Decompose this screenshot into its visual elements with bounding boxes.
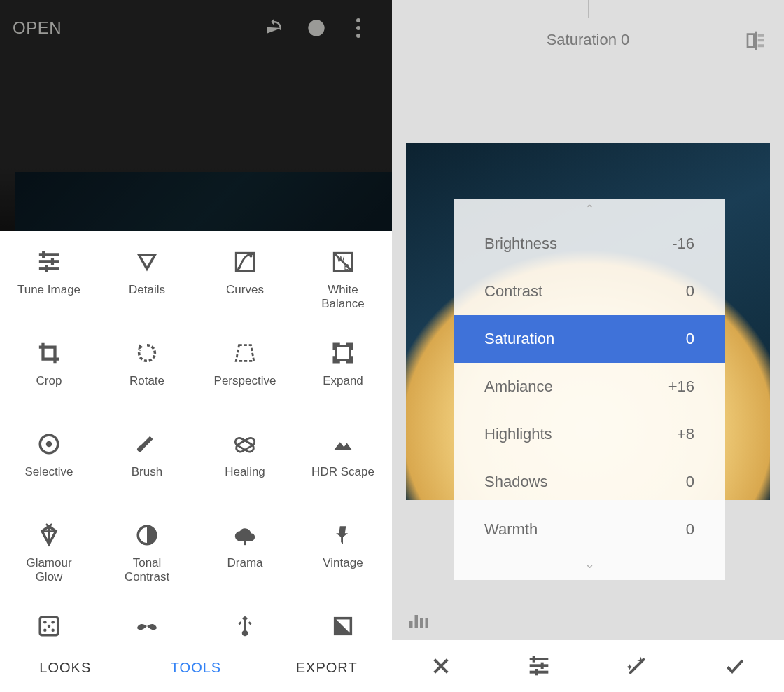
chevron-down-icon: ⌄ bbox=[454, 553, 725, 574]
param-contrast[interactable]: Contrast0 bbox=[454, 268, 725, 315]
pushpin-icon bbox=[331, 520, 355, 551]
tool-brush[interactable]: Brush bbox=[98, 422, 196, 486]
tools-grid: Tune Image Details Curves White Balance … bbox=[0, 231, 392, 692]
tool-expand[interactable]: Expand bbox=[294, 331, 392, 395]
param-value: +8 bbox=[677, 425, 694, 443]
brush-icon bbox=[135, 429, 159, 459]
crop-icon bbox=[37, 338, 61, 368]
tool-label: HDR Scape bbox=[312, 465, 374, 479]
open-button[interactable]: OPEN bbox=[13, 18, 62, 38]
param-ambiance[interactable]: Ambiance+16 bbox=[454, 363, 725, 410]
diamond-icon bbox=[37, 520, 61, 551]
tools-sheet: Tune Image Details Curves White Balance … bbox=[0, 231, 392, 692]
magic-button[interactable] bbox=[588, 655, 686, 677]
undo-stack-icon[interactable] bbox=[253, 18, 295, 39]
param-shadows[interactable]: Shadows0 bbox=[454, 458, 725, 506]
tool-label: Healing bbox=[225, 465, 265, 479]
tool-curves[interactable]: Curves bbox=[196, 240, 294, 304]
wb-icon bbox=[331, 247, 355, 277]
tool-label: Vintage bbox=[323, 556, 363, 570]
moustache-icon bbox=[135, 611, 159, 642]
perspective-icon bbox=[233, 338, 257, 368]
param-highlights[interactable]: Highlights+8 bbox=[454, 410, 725, 458]
tool-details[interactable]: Details bbox=[98, 240, 196, 304]
param-name: Ambiance bbox=[484, 378, 553, 396]
tab-export[interactable]: EXPORT bbox=[261, 660, 392, 676]
tool-crop[interactable]: Crop bbox=[0, 331, 98, 395]
tool-label: Rotate bbox=[130, 374, 164, 388]
tool-label: Selective bbox=[25, 465, 74, 479]
tool-label: Perspective bbox=[214, 374, 276, 388]
overflow-menu-icon[interactable] bbox=[337, 18, 379, 38]
tool-drama[interactable]: Drama bbox=[196, 513, 294, 577]
tool-label: Curves bbox=[226, 283, 264, 297]
param-value: 0 bbox=[686, 520, 694, 539]
half-circle-icon bbox=[135, 520, 159, 551]
die-five-icon bbox=[37, 611, 61, 642]
tool-label: Expand bbox=[323, 374, 363, 388]
mountains-icon bbox=[331, 429, 355, 459]
tune-image-screen: Saturation 0 ⌃ Brightness-16Contrast0Sat… bbox=[392, 0, 784, 692]
param-value: +16 bbox=[668, 378, 694, 396]
tools-screen: OPEN Tune Image Details Curves White Bal… bbox=[0, 0, 392, 692]
bottom-actions bbox=[392, 640, 784, 692]
param-name: Highlights bbox=[484, 425, 552, 443]
tool-tonal[interactable]: Tonal Contrast bbox=[98, 513, 196, 592]
guitar-icon bbox=[233, 611, 257, 642]
param-name: Warmth bbox=[484, 520, 538, 539]
svg-point-0 bbox=[308, 20, 324, 36]
tool-glow[interactable]: Glamour Glow bbox=[0, 513, 98, 592]
tool-label: Drama bbox=[227, 556, 262, 570]
param-value: 0 bbox=[686, 473, 694, 491]
tool-wb[interactable]: White Balance bbox=[294, 240, 392, 319]
param-saturation[interactable]: Saturation0 bbox=[454, 315, 725, 363]
tool-persp[interactable]: Perspective bbox=[196, 331, 294, 395]
info-icon[interactable] bbox=[295, 18, 337, 38]
accept-button[interactable] bbox=[686, 655, 784, 677]
value-slider-tick bbox=[588, 0, 589, 18]
tool-label: Details bbox=[129, 283, 165, 297]
top-app-bar: OPEN bbox=[0, 0, 392, 56]
cloud-icon bbox=[233, 520, 257, 551]
curves-icon bbox=[233, 247, 257, 277]
tool-selective[interactable]: Selective bbox=[0, 422, 98, 486]
compare-icon[interactable] bbox=[745, 29, 767, 55]
tool-label: Tune Image bbox=[18, 283, 80, 297]
param-warmth[interactable]: Warmth0 bbox=[454, 506, 725, 553]
triangle-down-icon bbox=[135, 247, 159, 277]
param-value: 0 bbox=[686, 282, 694, 300]
bw-square-icon bbox=[331, 611, 355, 642]
rotate-icon bbox=[135, 338, 159, 368]
param-name: Saturation bbox=[484, 330, 554, 348]
tool-rotate[interactable]: Rotate bbox=[98, 331, 196, 395]
param-name: Brightness bbox=[484, 235, 557, 253]
histogram-icon[interactable] bbox=[407, 607, 433, 635]
current-parameter-label: Saturation 0 bbox=[392, 31, 784, 49]
tool-label: White Balance bbox=[321, 283, 364, 312]
param-value: -16 bbox=[672, 235, 694, 253]
tool-label: Crop bbox=[36, 374, 62, 388]
target-icon bbox=[37, 429, 61, 459]
bandage-icon bbox=[233, 429, 257, 459]
bottom-tabs: LOOKSTOOLSEXPORT bbox=[0, 643, 392, 692]
expand-icon bbox=[331, 338, 355, 368]
tab-tools[interactable]: TOOLS bbox=[131, 660, 262, 676]
tool-tune[interactable]: Tune Image bbox=[0, 240, 98, 304]
tool-label: Brush bbox=[132, 465, 162, 479]
tab-looks[interactable]: LOOKS bbox=[0, 660, 131, 676]
param-brightness[interactable]: Brightness-16 bbox=[454, 220, 725, 268]
sliders-button[interactable] bbox=[490, 655, 588, 677]
param-name: Shadows bbox=[484, 473, 548, 491]
parameter-list: ⌃ Brightness-16Contrast0Saturation0Ambia… bbox=[454, 199, 725, 580]
close-button[interactable] bbox=[392, 655, 490, 677]
param-value: 0 bbox=[686, 330, 694, 348]
tool-hdr[interactable]: HDR Scape bbox=[294, 422, 392, 486]
tool-vintage[interactable]: Vintage bbox=[294, 513, 392, 577]
chevron-up-icon: ⌃ bbox=[454, 199, 725, 220]
tool-label: Glamour Glow bbox=[26, 556, 71, 585]
tool-label: Tonal Contrast bbox=[125, 556, 169, 585]
param-name: Contrast bbox=[484, 282, 542, 300]
sliders-icon bbox=[37, 247, 61, 277]
tool-healing[interactable]: Healing bbox=[196, 422, 294, 486]
